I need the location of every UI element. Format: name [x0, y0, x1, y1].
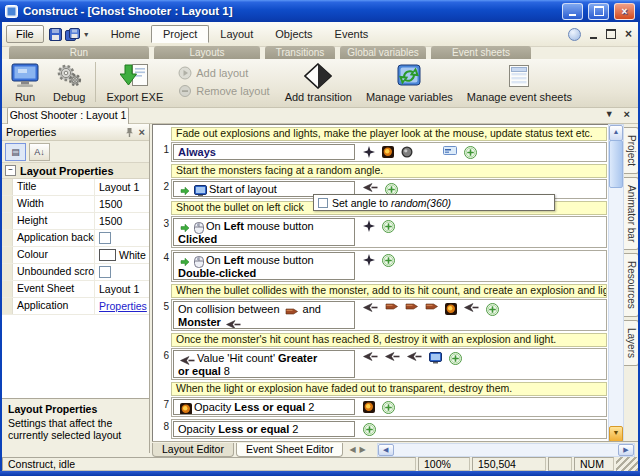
side-tab-project[interactable]: Project — [624, 127, 639, 174]
property-row[interactable]: Height1500 — [2, 213, 149, 230]
event-comment[interactable]: Once the monster's hit count has reached… — [171, 333, 607, 347]
hscroll-track[interactable] — [394, 444, 618, 456]
tab-nav-arrows[interactable]: ◀▶ — [349, 445, 369, 454]
add-layout-button[interactable]: Add layout — [178, 66, 269, 80]
scroll-thumb[interactable] — [609, 140, 623, 188]
file-menu-button[interactable]: File — [6, 25, 44, 43]
save-all-icon[interactable] — [65, 28, 80, 41]
event-actions[interactable] — [355, 143, 606, 161]
mdi-minimize-icon[interactable] — [590, 30, 597, 39]
event-row[interactable]: 1Always — [171, 142, 607, 162]
maximize-button[interactable] — [588, 3, 609, 20]
close-button[interactable]: × — [614, 3, 635, 20]
property-row[interactable]: Width1500 — [2, 196, 149, 213]
property-value[interactable]: Layout 1 — [95, 283, 149, 295]
minimize-button[interactable] — [562, 3, 583, 20]
resize-grip[interactable] — [616, 457, 638, 471]
add-transition-button[interactable]: Add transition — [278, 61, 359, 105]
tab-project[interactable]: Project — [151, 25, 209, 43]
scroll-left-icon[interactable]: ◀ — [378, 444, 394, 456]
property-value[interactable]: 1500 — [95, 215, 149, 227]
collapse-icon[interactable]: − — [5, 165, 16, 176]
event-comment[interactable]: Start the monsters facing at a random an… — [171, 164, 607, 178]
scroll-right-icon[interactable]: ▶ — [618, 444, 634, 456]
sort-az-icon[interactable]: A↓ — [29, 143, 50, 161]
property-value[interactable]: 1500 — [95, 198, 149, 210]
property-row[interactable]: TitleLayout 1 — [2, 179, 149, 196]
property-group-header[interactable]: − Layout Properties — [2, 163, 149, 179]
event-condition[interactable]: On collision between andMonster — [173, 301, 355, 329]
remove-layout-button[interactable]: Remove layout — [178, 84, 269, 98]
tab-layout[interactable]: Layout — [209, 25, 264, 43]
property-checkbox[interactable] — [99, 232, 111, 244]
event-actions[interactable] — [355, 398, 606, 416]
event-condition[interactable]: On Left mouse buttonClicked — [173, 218, 355, 246]
event-actions[interactable] — [355, 349, 606, 379]
event-actions[interactable] — [355, 300, 606, 330]
run-button[interactable]: Run — [4, 61, 46, 105]
horizontal-scrollbar[interactable]: ◀ ▶ — [377, 443, 635, 457]
event-comment[interactable]: When the light or explosion have faded o… — [171, 382, 607, 396]
title-bar[interactable]: Construct - [Ghost Shooter : Layout 1] × — [0, 0, 640, 22]
mdi-close-icon[interactable]: × — [625, 29, 632, 39]
property-row[interactable]: Event SheetLayout 1 — [2, 281, 149, 298]
tab-home[interactable]: Home — [100, 25, 151, 43]
event-sheet-vscrollbar[interactable]: ▲ ▼ — [608, 124, 624, 443]
property-value[interactable]: Properties — [95, 300, 149, 312]
pin-icon[interactable] — [124, 127, 135, 138]
event-comment[interactable]: When the bullet collides with the monste… — [171, 284, 607, 298]
property-row[interactable]: ApplicationProperties — [2, 298, 149, 315]
event-actions[interactable] — [355, 420, 606, 438]
add-icon[interactable] — [449, 352, 462, 365]
event-condition[interactable]: Opacity Less or equal 2 — [173, 421, 355, 437]
scroll-up-icon[interactable]: ▲ — [609, 125, 623, 141]
tab-events[interactable]: Events — [324, 25, 380, 43]
property-value[interactable]: White — [95, 249, 149, 261]
about-icon[interactable] — [568, 28, 581, 41]
event-actions[interactable] — [355, 251, 606, 281]
property-value[interactable] — [95, 232, 149, 244]
event-row[interactable]: 6Value 'Hit count' Greateror equal 8 — [171, 348, 607, 380]
event-row[interactable]: 5On collision between andMonster — [171, 299, 607, 331]
event-condition[interactable]: Value 'Hit count' Greateror equal 8 — [173, 350, 355, 378]
add-icon[interactable] — [363, 423, 376, 436]
properties-close-icon[interactable]: × — [139, 128, 145, 137]
property-link[interactable]: Properties — [99, 300, 147, 312]
export-exe-button[interactable]: Export EXE — [99, 61, 170, 105]
color-swatch[interactable] — [99, 249, 116, 261]
event-comment[interactable]: Fade out explosions and lights, make the… — [171, 127, 607, 141]
save-icon[interactable] — [49, 28, 62, 41]
event-condition[interactable]: Opacity Less or equal 2 — [173, 399, 355, 415]
panel-close-icon[interactable]: × — [624, 110, 630, 119]
event-condition[interactable]: Always — [173, 144, 355, 160]
manage-variables-button[interactable]: Manage variables — [359, 61, 460, 105]
event-row[interactable]: 7Opacity Less or equal 2 — [171, 397, 607, 417]
event-condition[interactable]: On Left mouse buttonDouble-clicked — [173, 252, 355, 280]
tab-layout-editor[interactable]: Layout Editor — [152, 443, 234, 457]
scroll-down-icon[interactable]: ▼ — [609, 426, 623, 442]
event-row[interactable]: 3On Left mouse buttonClicked — [171, 216, 607, 248]
add-icon[interactable] — [382, 401, 395, 414]
property-checkbox[interactable] — [99, 266, 111, 278]
tab-event-sheet-editor[interactable]: Event Sheet Editor — [236, 443, 344, 457]
manage-event-sheets-button[interactable]: Manage event sheets — [460, 61, 579, 105]
side-tab-animator[interactable]: Animator bar — [624, 177, 639, 250]
mdi-restore-icon[interactable] — [606, 29, 616, 39]
add-icon[interactable] — [486, 303, 499, 316]
add-icon[interactable] — [382, 254, 395, 267]
tab-objects[interactable]: Objects — [264, 25, 323, 43]
debug-button[interactable]: Debug — [46, 61, 92, 105]
event-actions[interactable] — [355, 217, 606, 247]
dropdown-icon[interactable]: ▼ — [83, 31, 90, 38]
property-value[interactable]: Layout 1 — [95, 181, 149, 193]
panel-menu-icon[interactable]: ▼ — [605, 109, 614, 119]
property-row[interactable]: Application backg — [2, 230, 149, 247]
side-tab-layers[interactable]: Layers — [624, 320, 639, 366]
property-row[interactable]: Unbounded scrolli — [2, 264, 149, 281]
property-value[interactable] — [95, 266, 149, 278]
categorized-view-icon[interactable]: ▤ — [5, 143, 26, 161]
add-icon[interactable] — [464, 146, 477, 159]
property-row[interactable]: ColourWhite — [2, 247, 149, 264]
add-icon[interactable] — [382, 220, 395, 233]
event-row[interactable]: 4On Left mouse buttonDouble-clicked — [171, 250, 607, 282]
